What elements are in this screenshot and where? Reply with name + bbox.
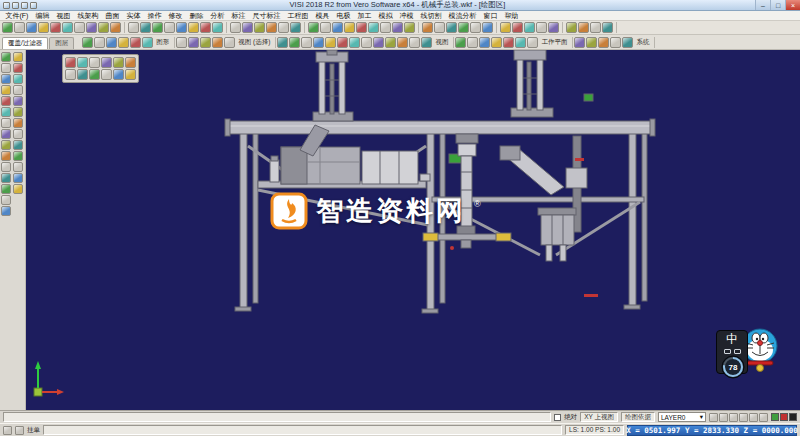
- snap-icon[interactable]: [709, 413, 718, 422]
- toolbar-icon[interactable]: [13, 151, 23, 161]
- toolbar-icon[interactable]: [392, 22, 403, 33]
- toolbar-icon[interactable]: [38, 22, 49, 33]
- toolbar-icon[interactable]: [13, 184, 23, 194]
- menu-item[interactable]: 冲模: [396, 11, 417, 21]
- toolbar-icon[interactable]: [470, 22, 481, 33]
- toolbar-icon[interactable]: [1, 151, 11, 161]
- toolbar-icon[interactable]: [242, 22, 253, 33]
- toolbar-icon[interactable]: [278, 22, 289, 33]
- toolbar-icon[interactable]: [337, 37, 348, 48]
- toolbar-icon[interactable]: [13, 173, 23, 183]
- toolbar-icon[interactable]: [515, 37, 526, 48]
- toolbar-icon[interactable]: [113, 69, 124, 80]
- toolbar-icon[interactable]: [1, 129, 11, 139]
- toolbar-icon[interactable]: [1, 184, 11, 194]
- menu-item[interactable]: 线切割: [417, 11, 445, 21]
- toolbar-icon[interactable]: [125, 69, 136, 80]
- toolbar-icon[interactable]: [128, 22, 139, 33]
- toolbar-icon[interactable]: [110, 22, 121, 33]
- toolbar-icon[interactable]: [524, 22, 535, 33]
- menu-item[interactable]: 帮助: [501, 11, 522, 21]
- toolbar-icon[interactable]: [62, 22, 73, 33]
- toolbar-icon[interactable]: [254, 22, 265, 33]
- toolbar-icon[interactable]: [527, 37, 538, 48]
- filter-tab[interactable]: 覆盖/过滤器: [2, 37, 48, 49]
- menu-item[interactable]: 编辑: [32, 11, 53, 21]
- toolbar-icon[interactable]: [380, 22, 391, 33]
- toolbar-icon[interactable]: [164, 22, 175, 33]
- menu-item[interactable]: 实体: [123, 11, 144, 21]
- filter-tab[interactable]: 图层: [49, 37, 74, 49]
- grid-icon[interactable]: [719, 413, 728, 422]
- toolbar-icon[interactable]: [113, 57, 124, 68]
- toolbar-icon[interactable]: [373, 37, 384, 48]
- toolbar-icon[interactable]: [578, 22, 589, 33]
- menu-item[interactable]: 工程图: [284, 11, 312, 21]
- menu-item[interactable]: 线架构: [74, 11, 102, 21]
- toolbar-icon[interactable]: [1, 52, 11, 62]
- minimize-button[interactable]: –: [755, 0, 770, 10]
- toolbar-icon[interactable]: [404, 22, 415, 33]
- toolbar-icon[interactable]: [14, 22, 25, 33]
- toolbar-icon[interactable]: [94, 37, 105, 48]
- menu-item[interactable]: 加工: [354, 11, 375, 21]
- toolbar-icon[interactable]: [1, 118, 11, 128]
- color-swatch[interactable]: [780, 413, 788, 421]
- toolbar-icon[interactable]: [13, 118, 23, 128]
- layer-icon[interactable]: [739, 413, 748, 422]
- toolbar-icon[interactable]: [548, 22, 559, 33]
- toolbar-icon[interactable]: [590, 22, 601, 33]
- toolbar-icon[interactable]: [500, 22, 511, 33]
- toolbar-icon[interactable]: [106, 37, 117, 48]
- toolbar-icon[interactable]: [434, 22, 445, 33]
- toolbar-icon[interactable]: [65, 69, 76, 80]
- toolbar-icon[interactable]: [313, 37, 324, 48]
- toolbar-icon[interactable]: [13, 52, 23, 62]
- menu-item[interactable]: 删除: [186, 11, 207, 21]
- toolbar-icon[interactable]: [325, 37, 336, 48]
- toolbar-icon[interactable]: [50, 22, 61, 33]
- pushpin-icon[interactable]: [3, 426, 12, 435]
- toolbar-icon[interactable]: [1, 162, 11, 172]
- menu-item[interactable]: 电极: [333, 11, 354, 21]
- toolbar-icon[interactable]: [142, 37, 153, 48]
- toolbar-icon[interactable]: [200, 22, 211, 33]
- toolbar-icon[interactable]: [503, 37, 514, 48]
- toolbar-icon[interactable]: [536, 22, 547, 33]
- menu-item[interactable]: 尺寸标注: [249, 11, 284, 21]
- toolbar-icon[interactable]: [277, 37, 288, 48]
- draw-basis[interactable]: 绘图依据: [621, 412, 655, 422]
- toolbar-icon[interactable]: [82, 37, 93, 48]
- menu-item[interactable]: 分析: [207, 11, 228, 21]
- toolbar-icon[interactable]: [1, 173, 11, 183]
- toolbar-icon[interactable]: [176, 22, 187, 33]
- menu-item[interactable]: 窗口: [480, 11, 501, 21]
- toolbar-icon[interactable]: [77, 57, 88, 68]
- menu-item[interactable]: 标注: [228, 11, 249, 21]
- toolbar-icon[interactable]: [13, 85, 23, 95]
- undo-icon[interactable]: [21, 2, 28, 9]
- toolbar-icon[interactable]: [1, 206, 11, 216]
- toolbar-icon[interactable]: [602, 22, 613, 33]
- toolbar-icon[interactable]: [566, 22, 577, 33]
- toolbar-icon[interactable]: [26, 22, 37, 33]
- toolbar-icon[interactable]: [13, 63, 23, 73]
- toolbar-icon[interactable]: [101, 69, 112, 80]
- toolbar-icon[interactable]: [361, 37, 372, 48]
- menu-item[interactable]: 曲面: [102, 11, 123, 21]
- toolbar-icon[interactable]: [77, 69, 88, 80]
- toolbar-icon[interactable]: [188, 22, 199, 33]
- menu-item[interactable]: 模具: [312, 11, 333, 21]
- toolbar-icon[interactable]: [74, 22, 85, 33]
- info-icon[interactable]: [759, 413, 768, 422]
- toolbar-icon[interactable]: [1, 85, 11, 95]
- toolbar-icon[interactable]: [13, 74, 23, 84]
- toolbar-icon[interactable]: [467, 37, 478, 48]
- toolbar-icon[interactable]: [622, 37, 633, 48]
- progress-badge[interactable]: 78: [720, 354, 746, 380]
- toolbar-icon[interactable]: [2, 22, 13, 33]
- note-icon[interactable]: [15, 426, 24, 435]
- toolbar-icon[interactable]: [152, 22, 163, 33]
- toolbar-icon[interactable]: [1, 96, 11, 106]
- menu-item[interactable]: 模拟: [375, 11, 396, 21]
